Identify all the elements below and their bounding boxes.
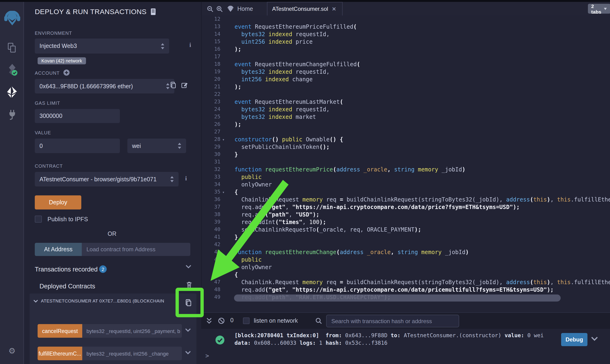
code-line[interactable]: 41}	[202, 234, 610, 241]
code-line[interactable]: 23event RequestEthereumLastMarket(	[202, 98, 610, 106]
code-line[interactable]: 15 uint256 indexed price	[202, 38, 610, 46]
code-line[interactable]: 22	[202, 91, 610, 98]
code-line[interactable]: 33 public	[202, 173, 610, 181]
account-label: ACCOUNT	[35, 70, 60, 76]
add-account-icon[interactable]	[64, 69, 69, 76]
copy-contract-icon[interactable]	[185, 299, 192, 307]
code-line[interactable]: 38 req.add("path", "USD");	[202, 211, 610, 218]
value-input[interactable]	[35, 139, 120, 153]
code-line[interactable]: 17	[202, 53, 610, 61]
fn-cancelrequest-params-input[interactable]: bytes32 _requestId, uint256 _payment, b	[82, 324, 182, 338]
code-line[interactable]: 18event RequestEthereumChangeFulfilled(	[202, 61, 610, 68]
deploy-button[interactable]: Deploy	[35, 195, 81, 209]
window-top-strip	[0, 0, 610, 2]
solidity-compiler-icon[interactable]	[0, 64, 24, 76]
icon-rail: ⚙	[0, 2, 24, 364]
tx-log-entry[interactable]: [block:20780401 txIndex:0] from: 0x643..…	[235, 332, 544, 347]
code-line[interactable]: 32function requestEthereumPrice(address …	[202, 166, 610, 173]
at-address-input[interactable]	[82, 243, 190, 256]
code-line[interactable]: 19 bytes32 indexed requestId,	[202, 68, 610, 76]
gas-limit-input[interactable]	[35, 109, 120, 123]
environment-info-icon[interactable]: i	[189, 41, 191, 49]
code-line[interactable]: 44 public	[202, 256, 610, 263]
code-line[interactable]: 31	[202, 158, 610, 166]
code-line[interactable]: 45 onlyOwner	[202, 263, 610, 271]
code-line[interactable]: 35▾{	[202, 188, 610, 196]
code-content[interactable]: 1213event RequestEthereumPriceFulfilled(…	[202, 15, 610, 312]
code-line[interactable]: 42	[202, 241, 610, 248]
terminal-prompt[interactable]: >	[205, 352, 209, 359]
debug-button[interactable]: Debug	[561, 333, 587, 346]
code-line[interactable]: 46{	[202, 271, 610, 278]
code-text: Chainlink.Request memory req = buildChai…	[235, 278, 610, 286]
code-line[interactable]: 36 Chainlink.Request memory req = buildC…	[202, 196, 610, 203]
code-text: }	[235, 151, 238, 158]
plugin-manager-icon[interactable]	[0, 109, 24, 120]
select-arrows-icon	[161, 43, 164, 49]
code-line[interactable]: 24 bytes32 indexed requestId,	[202, 106, 610, 113]
fold-gutter	[222, 106, 227, 113]
fold-gutter	[222, 234, 227, 241]
transactions-recorded-label: Transactions recorded	[35, 266, 98, 273]
fn-fulfillethereumchange-expand-icon[interactable]	[185, 351, 191, 355]
copy-account-icon[interactable]	[170, 81, 177, 89]
contract-expand-chevron-icon[interactable]	[33, 300, 38, 303]
contract-label: CONTRACT	[35, 163, 63, 169]
code-line[interactable]: 27	[202, 128, 610, 136]
file-explorer-icon[interactable]	[0, 43, 24, 53]
code-line[interactable]: 13event RequestEthereumPriceFulfilled(	[202, 23, 610, 30]
fn-cancelrequest-expand-icon[interactable]	[185, 328, 191, 332]
double-chevron-down-icon[interactable]	[206, 317, 212, 324]
fn-fulfillethereumchange-button[interactable]: fulfillEthereumC...	[38, 347, 82, 360]
code-line[interactable]: 14 bytes32 indexed requestId,	[202, 30, 610, 38]
code-line[interactable]: 30}	[202, 151, 610, 158]
code-line[interactable]: 34 onlyOwner	[202, 181, 610, 188]
code-line[interactable]: 26);	[202, 121, 610, 128]
tab-close-icon[interactable]: ✕	[332, 6, 336, 12]
line-number: 40	[205, 226, 220, 234]
code-text: bytes32 indexed requestId,	[235, 68, 330, 76]
value-unit-select[interactable]: wei	[127, 139, 186, 153]
at-address-button[interactable]: At Address	[35, 243, 82, 256]
horizontal-scrollbar[interactable]	[234, 295, 561, 301]
edit-account-icon[interactable]	[181, 81, 188, 89]
account-select[interactable]: 0x643...9F88D (1.666673996 ether)	[35, 79, 174, 93]
terminal-search-input[interactable]	[326, 315, 459, 327]
clear-console-ban-icon[interactable]	[218, 317, 225, 324]
code-line[interactable]: 37 req.add("get", "https://min-api.crypt…	[202, 203, 610, 211]
tab-atestnetconsumer[interactable]: ATestnetConsumer.sol ✕	[267, 2, 343, 15]
contract-select[interactable]: ATestnetConsumer - browser/gists/9b71e07…	[35, 172, 179, 186]
log-expand-chevron-icon[interactable]	[591, 337, 598, 341]
listen-network-checkbox[interactable]	[243, 317, 250, 324]
tabs-count-button[interactable]: 2 tabs	[588, 4, 610, 14]
code-line[interactable]: 48 req.add("get", "https://min-api.crypt…	[202, 286, 610, 294]
settings-gear-icon[interactable]: ⚙	[0, 347, 24, 355]
deployed-contract-header[interactable]: ATESTNETCONSUMER AT 0X7E7...E80D1 (BLOCK…	[41, 298, 180, 303]
fold-chevron-icon[interactable]: ▾	[222, 136, 227, 143]
code-line[interactable]: 40 sendChainlinkRequestTo(_oracle, req, …	[202, 226, 610, 234]
code-line[interactable]: 39 req.addInt("times", 100);	[202, 218, 610, 226]
publish-ipfs-checkbox[interactable]	[35, 216, 42, 223]
code-line[interactable]: 47 Chainlink.Request memory req = buildC…	[202, 278, 610, 286]
code-line[interactable]: 43function requestEthereumChange(address…	[202, 248, 610, 256]
zoom-in-icon[interactable]	[216, 6, 223, 12]
code-line[interactable]: 16);	[202, 46, 610, 53]
fold-gutter	[222, 91, 227, 98]
fn-cancelrequest-button[interactable]: cancelRequest	[38, 324, 82, 338]
code-line[interactable]: 12	[202, 15, 610, 23]
code-line[interactable]: 29 setPublicChainlinkToken();	[202, 143, 610, 151]
code-line[interactable]: 20 int256 indexed change	[202, 76, 610, 83]
zoom-out-icon[interactable]	[207, 6, 213, 12]
fold-chevron-icon[interactable]: ▾	[222, 188, 227, 196]
deploy-run-icon[interactable]	[0, 86, 24, 98]
home-tab[interactable]: Home	[227, 5, 253, 12]
fn-fulfillethereumchange-params-input[interactable]: bytes32 _requestId, int256 _change	[82, 347, 182, 360]
code-line[interactable]: 21);	[202, 83, 610, 91]
remix-logo-icon[interactable]	[0, 11, 24, 26]
code-line[interactable]: 25 bytes32 indexed market	[202, 113, 610, 121]
environment-select[interactable]: Injected Web3	[35, 39, 169, 53]
code-line[interactable]: 28▾constructor() public Ownable() {	[202, 136, 610, 143]
transactions-chevron-icon[interactable]	[186, 265, 191, 269]
trash-icon[interactable]	[186, 281, 193, 289]
contract-info-icon[interactable]: i	[185, 175, 187, 182]
